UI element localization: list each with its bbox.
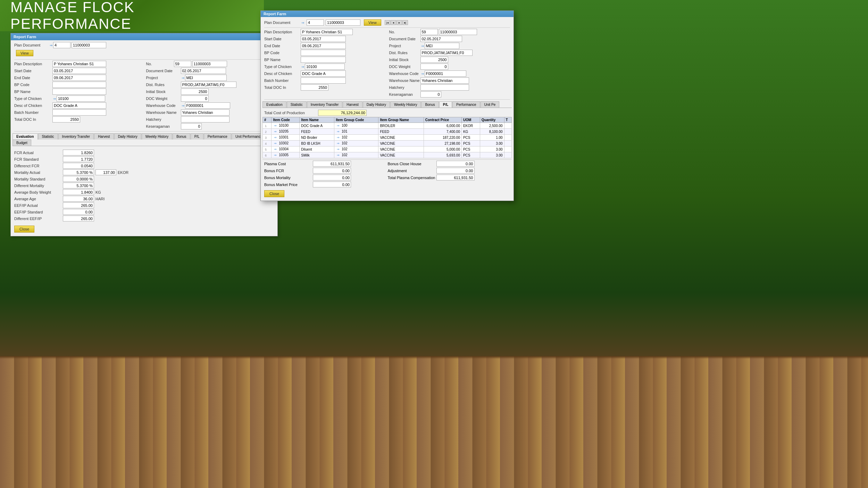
rw-batch-input[interactable] xyxy=(301,77,346,84)
fcr-standard-input[interactable] xyxy=(63,156,94,162)
warehouse-code-input[interactable] xyxy=(185,102,230,109)
rw-tab-harvest[interactable]: Harvest xyxy=(343,101,362,108)
rw-total-doc-input[interactable] xyxy=(301,84,328,91)
group-link-icon[interactable]: ⇒ xyxy=(336,123,341,128)
view-button[interactable]: View xyxy=(16,50,33,56)
total-cost-input[interactable] xyxy=(318,110,367,116)
rw-doc-date-input[interactable] xyxy=(420,36,462,42)
avg-body-weight-input[interactable] xyxy=(63,189,94,195)
hatchery-input[interactable] xyxy=(181,116,229,123)
total-doc-input[interactable] xyxy=(52,116,80,123)
group-link-icon[interactable]: ⇒ xyxy=(336,147,341,152)
rw-hatchery-input[interactable] xyxy=(420,84,469,91)
rw-plan-desc-input[interactable] xyxy=(301,29,353,35)
rw-tab-performance[interactable]: Performance xyxy=(452,101,480,108)
nav-prev-icon[interactable]: ◂ xyxy=(391,20,396,25)
project-input[interactable] xyxy=(185,75,227,81)
nav-next-icon[interactable]: ▸ xyxy=(397,20,402,25)
batch-input[interactable] xyxy=(52,109,106,116)
nav-last-icon[interactable]: ▸| xyxy=(402,20,408,25)
doc-date-input[interactable] xyxy=(181,68,226,74)
rw-tab-unit-pe[interactable]: Unit Pe xyxy=(481,101,500,108)
plan-document-num-input[interactable] xyxy=(53,42,70,48)
nav-first-icon[interactable]: |◂ xyxy=(385,20,390,25)
rw-tab-evaluation[interactable]: Evaluation xyxy=(262,101,286,108)
link-icon[interactable]: ⇒ xyxy=(273,129,278,134)
rw-tab-daily[interactable]: Daily History xyxy=(363,101,390,108)
bp-code-input[interactable] xyxy=(52,82,106,88)
plan-document-id-input[interactable] xyxy=(72,42,106,48)
warehouse-name-input[interactable] xyxy=(181,109,229,116)
group-link-icon[interactable]: ⇒ xyxy=(336,129,341,134)
group-link-icon[interactable]: ⇒ xyxy=(336,135,341,140)
adjustment-input[interactable] xyxy=(436,168,475,174)
avg-age-input[interactable] xyxy=(63,196,94,202)
desc-chicken-input[interactable] xyxy=(52,102,106,109)
different-fcr-input[interactable] xyxy=(63,163,94,169)
bonus-fcr-input[interactable] xyxy=(313,168,351,174)
rw-no-id-input[interactable] xyxy=(439,29,477,35)
rw-tab-pl[interactable]: P/L xyxy=(439,101,452,108)
end-date-input[interactable] xyxy=(52,75,106,81)
bonus-market-input[interactable] xyxy=(313,182,351,187)
rw-view-button[interactable]: View xyxy=(364,19,381,26)
different-mortality-input[interactable] xyxy=(63,183,94,188)
dist-rules-input[interactable] xyxy=(181,82,236,88)
mortality-standard-input[interactable] xyxy=(63,176,94,182)
mortality-actual-input[interactable] xyxy=(63,169,94,175)
rw-keseragaman-input[interactable] xyxy=(420,91,441,98)
plasma-cost-input[interactable] xyxy=(313,161,351,167)
rw-desc-chicken-input[interactable] xyxy=(301,70,346,77)
different-eef-input[interactable] xyxy=(63,216,94,221)
total-plasma-input[interactable] xyxy=(436,175,475,180)
rw-plan-doc-num[interactable] xyxy=(307,19,324,26)
rw-no-input[interactable] xyxy=(420,29,438,35)
doc-weight-input[interactable] xyxy=(181,95,209,102)
tab-evaluation[interactable]: Evaluation xyxy=(12,133,38,140)
rw-end-date-input[interactable] xyxy=(301,43,346,49)
bp-name-input[interactable] xyxy=(52,89,106,95)
plan-desc-input[interactable] xyxy=(52,61,106,67)
rw-initial-stock-input[interactable] xyxy=(420,57,448,63)
initial-stock-input[interactable] xyxy=(181,89,209,95)
rw-warehouse-code-input[interactable] xyxy=(425,70,466,77)
tab-pl[interactable]: P/L xyxy=(191,133,203,140)
tab-performance[interactable]: Performance xyxy=(204,133,231,140)
rw-warehouse-name-input[interactable] xyxy=(420,77,469,84)
close-button-report[interactable]: Close xyxy=(264,190,284,197)
rw-type-chicken-input[interactable] xyxy=(305,64,345,70)
start-date-input[interactable] xyxy=(52,68,106,74)
tab-budget[interactable]: Budget xyxy=(12,140,31,146)
rw-bp-name-input[interactable] xyxy=(301,57,346,63)
tab-daily-history[interactable]: Daily History xyxy=(114,133,141,140)
rw-start-date-input[interactable] xyxy=(301,36,346,42)
rw-tab-bonus[interactable]: Bonus xyxy=(421,101,439,108)
bonus-mortality-input[interactable] xyxy=(313,175,351,180)
tab-weekly-history[interactable]: Weekly History xyxy=(142,133,173,140)
tab-bonus[interactable]: Bonus xyxy=(173,133,190,140)
eef-ip-actual-input[interactable] xyxy=(63,202,94,208)
no-input[interactable] xyxy=(174,61,191,67)
mortality-actual-ekor-input[interactable] xyxy=(95,169,116,175)
rw-tab-inventory[interactable]: Inventory Transfer xyxy=(307,101,343,108)
rw-project-input[interactable] xyxy=(425,43,459,49)
link-icon[interactable]: ⇒ xyxy=(273,135,278,140)
bonus-close-input[interactable] xyxy=(436,161,475,167)
group-link-icon[interactable]: ⇒ xyxy=(336,141,341,146)
tab-statistic[interactable]: Statistic xyxy=(38,133,58,140)
group-link-icon[interactable]: ⇒ xyxy=(336,153,341,158)
rw-bp-code-input[interactable] xyxy=(301,50,346,56)
no-id-input[interactable] xyxy=(192,61,227,67)
link-icon[interactable]: ⇒ xyxy=(273,141,278,146)
rw-tab-weekly[interactable]: Weekly History xyxy=(390,101,421,108)
link-icon[interactable]: ⇒ xyxy=(273,153,278,158)
tab-harvest[interactable]: Harvest xyxy=(94,133,114,140)
rw-plan-doc-id[interactable] xyxy=(326,19,360,26)
rw-tab-statistic[interactable]: Statistic xyxy=(287,101,307,108)
tab-inventory-transfer[interactable]: Inventory Transfer xyxy=(58,133,94,140)
keseragaman-input[interactable] xyxy=(181,123,202,129)
fcr-actual-input[interactable] xyxy=(63,150,94,155)
link-icon[interactable]: ⇒ xyxy=(273,147,278,152)
rw-dist-input[interactable] xyxy=(420,50,473,56)
rw-doc-weight-input[interactable] xyxy=(420,64,448,70)
